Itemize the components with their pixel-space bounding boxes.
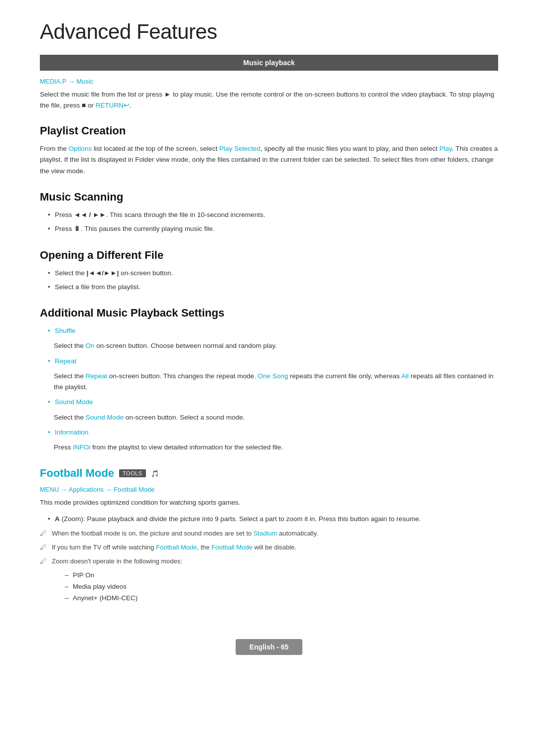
sound-mode-item: Sound Mode <box>48 397 498 408</box>
footer: English - 65 <box>40 634 498 660</box>
shuffle-label: Shuffle <box>55 327 76 334</box>
additional-music-list: Shuffle <box>40 325 498 336</box>
football-mode-link-1: Football Mode <box>156 543 197 551</box>
sound-mode-detail: Select the Sound Mode on-screen button. … <box>54 412 498 423</box>
music-scanning-list: Press ◄◄ / ►►. This scans through the fi… <box>40 210 498 235</box>
opening-different-file-heading: Opening a Different File <box>40 249 498 262</box>
scanning-bullet-2: Press ⏸. This pauses the currently playi… <box>48 223 498 234</box>
breadcrumb-football-mode: MENU → Applications → Football Mode <box>40 486 498 493</box>
football-mode-intro: This mode provides optimized condition f… <box>40 497 498 508</box>
stadium-link: Stadium <box>254 530 277 537</box>
football-bullets: A (Zoom): Pause playback and divide the … <box>40 514 498 525</box>
rewind-ff-symbol: ◄◄ / ►► <box>74 211 106 218</box>
music-scanning-heading: Music Scanning <box>40 191 498 204</box>
zoom-symbol: A <box>55 515 60 523</box>
zoom-modes-list: PIP On Media play videos Anynet+ (HDMI-C… <box>40 570 498 604</box>
pause-symbol: ⏸ <box>74 225 81 232</box>
additional-music-section: Additional Music Playback Settings Shuff… <box>40 307 498 453</box>
breadcrumb-menu: MENU <box>40 486 59 493</box>
page-number-badge: English - 65 <box>236 639 303 655</box>
repeat-detail: Select the Repeat on-screen button. This… <box>54 371 498 393</box>
repeat-label: Repeat <box>55 357 77 365</box>
repeat-link: Repeat <box>86 372 108 380</box>
information-list: Information <box>40 427 498 438</box>
additional-music-heading: Additional Music Playback Settings <box>40 307 498 320</box>
return-link: RETURN↩ <box>96 102 130 109</box>
tools-badge: TOOLS <box>119 469 146 477</box>
play-selected-link: Play Selected <box>219 145 261 152</box>
music-intro-text: Select the music file from the list or p… <box>40 89 498 110</box>
breadcrumb-applications: Applications <box>69 486 104 493</box>
football-mode-heading: Football Mode TOOLS 🎵 <box>40 467 498 480</box>
sound-mode-list: Sound Mode <box>40 397 498 408</box>
playlist-creation-text: From the Options list located at the top… <box>40 143 498 177</box>
zoom-mode-anynet: Anynet+ (HDMI-CEC) <box>65 593 498 604</box>
on-link: On <box>86 342 95 349</box>
football-note-3: Zoom doesn't operate in the following mo… <box>40 556 498 567</box>
football-note-2: If you turn the TV off while watching Fo… <box>40 542 498 553</box>
football-note-1: When the football mode is on, the pictur… <box>40 529 498 539</box>
repeat-item: Repeat <box>48 356 498 367</box>
playlist-creation-heading: Playlist Creation <box>40 124 498 137</box>
tools-music-icon: 🎵 <box>151 470 159 477</box>
information-label: Information <box>55 429 89 436</box>
information-detail: Press INFOi from the playlist to view de… <box>54 442 498 453</box>
scanning-bullet-1: Press ◄◄ / ►►. This scans through the fi… <box>48 210 498 220</box>
info-link: INFOi <box>73 443 90 451</box>
breadcrumb-arrow-fm-2: → <box>106 486 112 493</box>
zoom-mode-media: Media play videos <box>65 581 498 593</box>
football-zoom-bullet: A (Zoom): Pause playback and divide the … <box>48 514 498 525</box>
different-file-bullet-2: Select a file from the playlist. <box>48 282 498 293</box>
breadcrumb-media-p: MEDIA.P <box>40 78 66 85</box>
breadcrumb-arrow-fm-1: → <box>61 486 67 493</box>
opening-different-file-section: Opening a Different File Select the |◄◄/… <box>40 249 498 293</box>
zoom-detail: (Zoom): Pause playback and divide the pi… <box>62 515 421 523</box>
breadcrumb-music: Music <box>76 78 93 85</box>
play-link: Play <box>439 145 452 152</box>
sound-mode-link: Sound Mode <box>86 414 124 421</box>
one-song-link: One Song <box>258 372 288 380</box>
breadcrumb-football: Football Mode <box>114 486 154 493</box>
page-title: Advanced Features <box>40 20 498 44</box>
breadcrumb-media-music: MEDIA.P → Music <box>40 78 498 85</box>
football-mode-label: Football Mode <box>40 467 114 480</box>
repeat-list: Repeat <box>40 356 498 367</box>
football-mode-link-2: Football Mode <box>211 543 252 551</box>
different-file-bullet-1: Select the |◄◄/►►| on-screen button. <box>48 268 498 279</box>
opening-different-file-list: Select the |◄◄/►►| on-screen button. Sel… <box>40 268 498 293</box>
zoom-mode-pip: PIP On <box>65 570 498 581</box>
options-link: Options <box>69 145 92 152</box>
playlist-creation-section: Playlist Creation From the Options list … <box>40 124 498 177</box>
football-mode-section: Football Mode TOOLS 🎵 MENU → Application… <box>40 467 498 604</box>
music-playback-banner: Music playback <box>40 55 498 71</box>
shuffle-detail: Select the On on-screen button. Choose b… <box>54 340 498 351</box>
sound-mode-label: Sound Mode <box>55 398 93 406</box>
breadcrumb-arrow-1: → <box>68 78 75 85</box>
information-item: Information <box>48 427 498 438</box>
shuffle-item: Shuffle <box>48 325 498 336</box>
music-scanning-section: Music Scanning Press ◄◄ / ►►. This scans… <box>40 191 498 235</box>
all-link: All <box>401 372 408 380</box>
prev-next-symbol: |◄◄/►►| <box>87 269 119 277</box>
